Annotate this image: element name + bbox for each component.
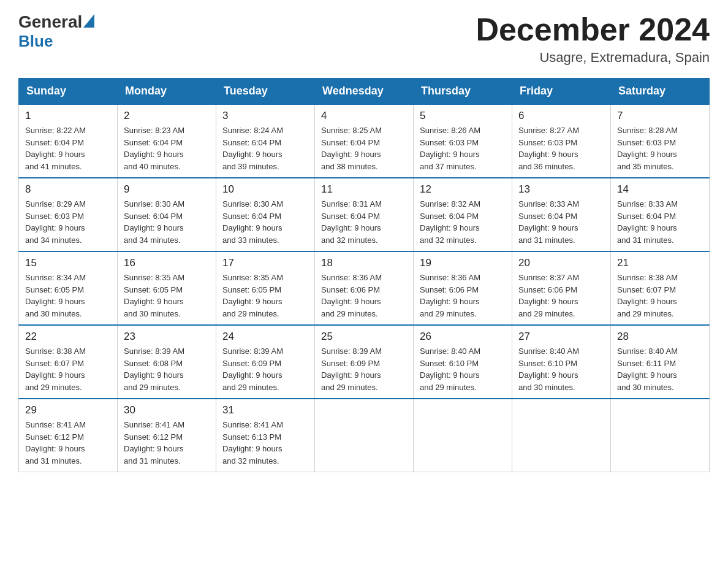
calendar-cell: 10Sunrise: 8:30 AMSunset: 6:04 PMDayligh…	[216, 178, 315, 251]
calendar-cell: 9Sunrise: 8:30 AMSunset: 6:04 PMDaylight…	[118, 178, 216, 251]
day-info: Sunrise: 8:41 AMSunset: 6:12 PMDaylight:…	[25, 419, 111, 467]
day-info: Sunrise: 8:25 AMSunset: 6:04 PMDaylight:…	[321, 124, 407, 172]
calendar-cell: 4Sunrise: 8:25 AMSunset: 6:04 PMDaylight…	[315, 104, 414, 178]
day-number: 9	[124, 183, 210, 196]
calendar-cell: 2Sunrise: 8:23 AMSunset: 6:04 PMDaylight…	[118, 104, 216, 178]
day-number: 31	[222, 404, 308, 416]
day-number: 12	[420, 183, 506, 196]
day-number: 23	[124, 331, 210, 343]
day-number: 10	[222, 183, 308, 196]
day-info: Sunrise: 8:31 AMSunset: 6:04 PMDaylight:…	[321, 198, 407, 246]
calendar-cell: 5Sunrise: 8:26 AMSunset: 6:03 PMDaylight…	[414, 104, 512, 178]
calendar-header-thursday: Thursday	[414, 79, 512, 105]
day-number: 8	[25, 183, 111, 196]
calendar-header-friday: Friday	[512, 79, 611, 105]
day-info: Sunrise: 8:35 AMSunset: 6:05 PMDaylight:…	[222, 272, 308, 320]
day-info: Sunrise: 8:29 AMSunset: 6:03 PMDaylight:…	[25, 198, 111, 246]
day-info: Sunrise: 8:24 AMSunset: 6:04 PMDaylight:…	[222, 124, 308, 172]
calendar-cell: 1Sunrise: 8:22 AMSunset: 6:04 PMDaylight…	[19, 104, 118, 178]
calendar-cell: 22Sunrise: 8:38 AMSunset: 6:07 PMDayligh…	[19, 325, 118, 399]
calendar-cell: 26Sunrise: 8:40 AMSunset: 6:10 PMDayligh…	[414, 325, 512, 399]
day-info: Sunrise: 8:39 AMSunset: 6:08 PMDaylight:…	[124, 345, 210, 393]
calendar-cell	[414, 399, 512, 472]
day-info: Sunrise: 8:35 AMSunset: 6:05 PMDaylight:…	[124, 272, 210, 320]
calendar-cell: 14Sunrise: 8:33 AMSunset: 6:04 PMDayligh…	[611, 178, 710, 251]
day-info: Sunrise: 8:22 AMSunset: 6:04 PMDaylight:…	[25, 124, 111, 172]
day-number: 7	[617, 110, 703, 122]
day-number: 5	[420, 110, 506, 122]
day-info: Sunrise: 8:36 AMSunset: 6:06 PMDaylight:…	[420, 272, 506, 320]
title-block: December 2024 Usagre, Extremadura, Spain	[476, 12, 710, 66]
day-info: Sunrise: 8:37 AMSunset: 6:06 PMDaylight:…	[518, 272, 604, 320]
calendar-header-sunday: Sunday	[19, 79, 118, 105]
day-number: 4	[321, 110, 407, 122]
calendar-week-row: 1Sunrise: 8:22 AMSunset: 6:04 PMDaylight…	[19, 104, 710, 178]
calendar-cell	[315, 399, 414, 472]
day-number: 15	[25, 257, 111, 269]
calendar-table: SundayMondayTuesdayWednesdayThursdayFrid…	[18, 78, 710, 472]
calendar-header-monday: Monday	[118, 79, 216, 105]
day-info: Sunrise: 8:40 AMSunset: 6:10 PMDaylight:…	[420, 345, 506, 393]
calendar-cell: 31Sunrise: 8:41 AMSunset: 6:13 PMDayligh…	[216, 399, 315, 472]
calendar-cell: 28Sunrise: 8:40 AMSunset: 6:11 PMDayligh…	[611, 325, 710, 399]
day-number: 25	[321, 331, 407, 343]
calendar-cell: 15Sunrise: 8:34 AMSunset: 6:05 PMDayligh…	[19, 251, 118, 325]
logo-triangle-icon	[83, 14, 94, 28]
day-number: 18	[321, 257, 407, 269]
day-info: Sunrise: 8:36 AMSunset: 6:06 PMDaylight:…	[321, 272, 407, 320]
logo-blue-text: Blue	[18, 32, 53, 50]
svg-marker-0	[83, 14, 94, 28]
calendar-cell: 13Sunrise: 8:33 AMSunset: 6:04 PMDayligh…	[512, 178, 611, 251]
day-info: Sunrise: 8:38 AMSunset: 6:07 PMDaylight:…	[25, 345, 111, 393]
calendar-header-wednesday: Wednesday	[315, 79, 414, 105]
day-info: Sunrise: 8:41 AMSunset: 6:12 PMDaylight:…	[124, 419, 210, 467]
day-number: 29	[25, 404, 111, 416]
calendar-week-row: 22Sunrise: 8:38 AMSunset: 6:07 PMDayligh…	[19, 325, 710, 399]
calendar-cell: 12Sunrise: 8:32 AMSunset: 6:04 PMDayligh…	[414, 178, 512, 251]
day-number: 6	[518, 110, 604, 122]
day-info: Sunrise: 8:38 AMSunset: 6:07 PMDaylight:…	[617, 272, 703, 320]
calendar-cell: 27Sunrise: 8:40 AMSunset: 6:10 PMDayligh…	[512, 325, 611, 399]
calendar-cell	[512, 399, 611, 472]
day-info: Sunrise: 8:30 AMSunset: 6:04 PMDaylight:…	[124, 198, 210, 246]
calendar-cell: 29Sunrise: 8:41 AMSunset: 6:12 PMDayligh…	[19, 399, 118, 472]
day-number: 26	[420, 331, 506, 343]
calendar-cell: 21Sunrise: 8:38 AMSunset: 6:07 PMDayligh…	[611, 251, 710, 325]
day-number: 3	[222, 110, 308, 122]
day-number: 1	[25, 110, 111, 122]
month-title: December 2024	[476, 12, 710, 47]
day-info: Sunrise: 8:27 AMSunset: 6:03 PMDaylight:…	[518, 124, 604, 172]
day-number: 13	[518, 183, 604, 196]
calendar-cell	[611, 399, 710, 472]
logo: General Blue	[18, 12, 96, 51]
day-number: 27	[518, 331, 604, 343]
day-number: 20	[518, 257, 604, 269]
day-number: 24	[222, 331, 308, 343]
day-number: 21	[617, 257, 703, 269]
day-number: 2	[124, 110, 210, 122]
day-number: 16	[124, 257, 210, 269]
day-info: Sunrise: 8:28 AMSunset: 6:03 PMDaylight:…	[617, 124, 703, 172]
calendar-week-row: 8Sunrise: 8:29 AMSunset: 6:03 PMDaylight…	[19, 178, 710, 251]
calendar-cell: 25Sunrise: 8:39 AMSunset: 6:09 PMDayligh…	[315, 325, 414, 399]
calendar-cell: 20Sunrise: 8:37 AMSunset: 6:06 PMDayligh…	[512, 251, 611, 325]
logo-general-text: General	[18, 12, 82, 32]
day-info: Sunrise: 8:34 AMSunset: 6:05 PMDaylight:…	[25, 272, 111, 320]
calendar-cell: 24Sunrise: 8:39 AMSunset: 6:09 PMDayligh…	[216, 325, 315, 399]
page-header: General Blue December 2024 Usagre, Extre…	[18, 12, 710, 66]
day-info: Sunrise: 8:23 AMSunset: 6:04 PMDaylight:…	[124, 124, 210, 172]
day-info: Sunrise: 8:40 AMSunset: 6:10 PMDaylight:…	[518, 345, 604, 393]
calendar-week-row: 29Sunrise: 8:41 AMSunset: 6:12 PMDayligh…	[19, 399, 710, 472]
calendar-cell: 7Sunrise: 8:28 AMSunset: 6:03 PMDaylight…	[611, 104, 710, 178]
day-number: 17	[222, 257, 308, 269]
day-info: Sunrise: 8:40 AMSunset: 6:11 PMDaylight:…	[617, 345, 703, 393]
day-number: 30	[124, 404, 210, 416]
day-info: Sunrise: 8:39 AMSunset: 6:09 PMDaylight:…	[222, 345, 308, 393]
calendar-header-tuesday: Tuesday	[216, 79, 315, 105]
day-info: Sunrise: 8:30 AMSunset: 6:04 PMDaylight:…	[222, 198, 308, 246]
calendar-cell: 8Sunrise: 8:29 AMSunset: 6:03 PMDaylight…	[19, 178, 118, 251]
calendar-cell: 18Sunrise: 8:36 AMSunset: 6:06 PMDayligh…	[315, 251, 414, 325]
calendar-week-row: 15Sunrise: 8:34 AMSunset: 6:05 PMDayligh…	[19, 251, 710, 325]
day-info: Sunrise: 8:33 AMSunset: 6:04 PMDaylight:…	[518, 198, 604, 246]
calendar-cell: 19Sunrise: 8:36 AMSunset: 6:06 PMDayligh…	[414, 251, 512, 325]
